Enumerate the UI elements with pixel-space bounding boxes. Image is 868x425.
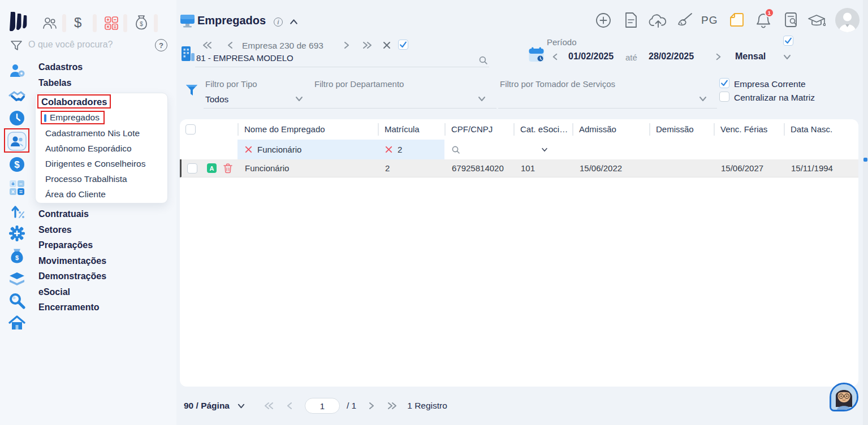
clear-matricula-filter-icon[interactable]: [385, 145, 393, 154]
col-header-data-nasc[interactable]: Data Nasc.: [784, 123, 858, 136]
submenu-item-processo[interactable]: Processo Trabalhista: [45, 174, 127, 184]
select-all-checkbox[interactable]: [185, 124, 196, 135]
period-prev-icon[interactable]: [550, 52, 560, 62]
calculator-icon[interactable]: [104, 16, 119, 31]
empresa-corrente-checkbox[interactable]: [719, 78, 729, 88]
filter-cat-select[interactable]: [513, 140, 572, 159]
vertical-scrollbar-thumb[interactable]: [863, 158, 867, 162]
filter-chip-matricula[interactable]: 2: [378, 140, 444, 159]
prev-page-icon[interactable]: [284, 401, 295, 411]
add-icon[interactable]: [595, 12, 611, 28]
first-page-icon[interactable]: [264, 401, 274, 411]
document-icon[interactable]: [624, 12, 638, 28]
broom-icon[interactable]: [677, 12, 693, 28]
audit-log-icon[interactable]: [784, 12, 798, 28]
submenu-item-area-cliente[interactable]: Área do Cliente: [45, 189, 106, 200]
filter-tipo-select[interactable]: Todos: [205, 94, 228, 105]
submenu-item-autonomo[interactable]: Autônomo Esporádico: [45, 144, 132, 154]
filter-departamento-select[interactable]: [314, 94, 461, 106]
col-header-demissao[interactable]: Demissão: [649, 123, 714, 136]
filter-funnel-icon[interactable]: [10, 40, 23, 52]
vertical-scrollbar-track[interactable]: [863, 0, 868, 425]
col-header-cat-esocial[interactable]: Cat. eSoci…: [513, 123, 572, 136]
period-next-icon[interactable]: [714, 52, 723, 62]
submenu-header-colaboradores[interactable]: Colaboradores: [41, 97, 107, 107]
sidebar-item-movimentacoes[interactable]: Movimentações: [38, 256, 106, 266]
col-header-admissao[interactable]: Admissão: [572, 123, 649, 136]
last-page-icon[interactable]: [387, 401, 397, 411]
page-number-input[interactable]: [305, 398, 340, 414]
money-bag-icon[interactable]: $: [135, 15, 148, 31]
layers-icon[interactable]: [8, 270, 25, 287]
home-icon[interactable]: [8, 315, 25, 332]
sidebar-item-contratuais[interactable]: Contratuais: [38, 209, 89, 219]
filter-tomador-select[interactable]: [500, 94, 681, 106]
sidebar-item-esocial[interactable]: eSocial: [38, 287, 70, 297]
filter-tomador-chevron-icon[interactable]: [698, 94, 708, 104]
period-end-date[interactable]: 28/02/2025: [649, 51, 694, 62]
filter-chip-nome[interactable]: Funcionário: [237, 140, 378, 159]
app-logo[interactable]: [10, 12, 28, 31]
sidebar-item-tabelas[interactable]: Tabelas: [38, 78, 71, 88]
per-page-select[interactable]: 90 / Página: [184, 401, 230, 411]
row-checkbox[interactable]: [187, 163, 197, 174]
cat-filter-chevron-icon[interactable]: [541, 146, 549, 154]
next-page-icon[interactable]: [366, 401, 377, 411]
company-prev-icon[interactable]: [225, 40, 235, 50]
training-cap-icon[interactable]: [807, 14, 826, 28]
clear-nome-filter-icon[interactable]: [244, 145, 253, 154]
handshake-icon[interactable]: [8, 88, 25, 105]
filter-cpf-search[interactable]: [444, 140, 513, 159]
col-header-matricula[interactable]: Matrícula: [378, 123, 444, 136]
cloud-upload-icon[interactable]: [649, 14, 668, 28]
dollar-coin-icon[interactable]: $: [8, 156, 25, 173]
dollar-icon[interactable]: $: [74, 15, 81, 31]
sidebar-item-encerramento[interactable]: Encerramento: [38, 302, 100, 313]
submenu-item-cadastramento-nis[interactable]: Cadastramento Nis Lote: [45, 128, 140, 138]
search-input[interactable]: [28, 40, 147, 50]
company-clear-icon[interactable]: [382, 41, 391, 50]
sidebar-item-preparacoes[interactable]: Preparações: [38, 240, 93, 250]
period-mode-select[interactable]: Mensal: [735, 51, 766, 62]
col-header-cpf[interactable]: CPF/CNPJ: [444, 123, 513, 136]
col-header-nome[interactable]: Nome do Empregado: [237, 123, 378, 136]
info-icon[interactable]: i: [274, 18, 283, 27]
delete-row-icon[interactable]: [223, 163, 232, 174]
sidebar-item-demonstracoes[interactable]: Demonstrações: [38, 271, 106, 281]
filter-departamento-chevron-icon[interactable]: [477, 94, 487, 104]
sidebar-item-cadastros[interactable]: Cadastros: [38, 62, 83, 72]
calc-tables-icon[interactable]: + − × =: [8, 179, 25, 196]
registrations-icon[interactable]: [8, 62, 25, 79]
centralizar-matriz-checkbox[interactable]: [719, 92, 729, 102]
pg-icon[interactable]: PG: [701, 14, 718, 27]
col-header-venc-ferias[interactable]: Venc. Férias: [714, 123, 784, 136]
period-mode-chevron-icon[interactable]: [782, 52, 792, 62]
user-avatar[interactable]: [835, 8, 860, 32]
search-blue-icon[interactable]: [8, 292, 25, 309]
submenu-item-dirigentes[interactable]: Dirigentes e Conselheiros: [45, 159, 145, 169]
company-filter-checkbox[interactable]: [398, 40, 408, 50]
submenu-item-empregados[interactable]: Empregados: [50, 112, 100, 123]
assistant-avatar[interactable]: [830, 383, 858, 411]
clock-icon[interactable]: [8, 110, 25, 127]
help-icon[interactable]: ?: [155, 39, 167, 51]
trend-percent-icon[interactable]: [8, 202, 25, 219]
table-row[interactable]: A Funcionário 2 67925814020 101 15/06/20…: [180, 159, 858, 177]
period-checkbox[interactable]: [783, 36, 793, 46]
money-bag-blue-icon[interactable]: $: [8, 248, 25, 264]
gear-icon[interactable]: [8, 225, 25, 242]
company-name-input[interactable]: [196, 53, 479, 63]
per-page-chevron-icon[interactable]: [236, 401, 246, 411]
sidebar-item-setores[interactable]: Setores: [38, 225, 72, 235]
collapse-chevron-icon[interactable]: [288, 16, 299, 27]
note-icon[interactable]: [729, 12, 744, 27]
company-first-icon[interactable]: [202, 40, 213, 50]
people-icon[interactable]: [42, 16, 58, 31]
collaborators-icon[interactable]: [7, 132, 27, 151]
company-search-icon[interactable]: [478, 55, 488, 65]
period-start-date[interactable]: 01/02/2025: [568, 51, 614, 62]
filter-tipo-chevron-icon[interactable]: [294, 94, 304, 104]
company-last-icon[interactable]: [362, 40, 372, 50]
company-next-icon[interactable]: [342, 40, 352, 50]
cpf-search-icon[interactable]: [451, 145, 460, 154]
